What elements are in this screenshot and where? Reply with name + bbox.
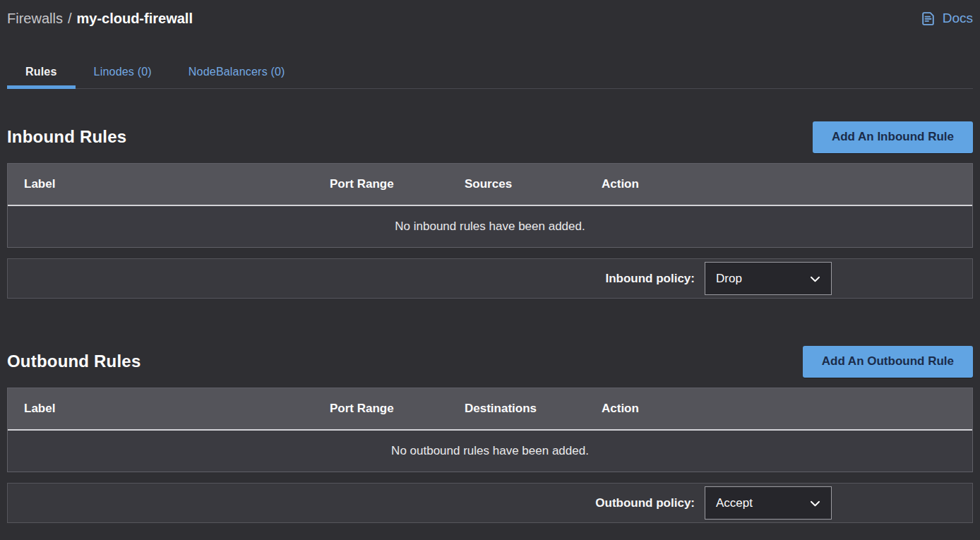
inbound-rules-heading: Inbound Rules bbox=[7, 127, 126, 147]
outbound-empty-row: No outbound rules have been added. bbox=[8, 431, 972, 472]
inbound-policy-select[interactable]: Drop bbox=[705, 262, 832, 295]
inbound-column-header-port-range: Port Range bbox=[330, 177, 465, 191]
inbound-section-header: Inbound Rules Add An Inbound Rule bbox=[7, 121, 973, 153]
inbound-column-header-sources: Sources bbox=[465, 177, 602, 191]
inbound-rules-section: Inbound Rules Add An Inbound Rule Label … bbox=[7, 121, 973, 299]
outbound-policy-row: Outbound policy: Accept bbox=[7, 483, 973, 523]
tab-rules[interactable]: Rules bbox=[7, 55, 76, 88]
outbound-column-header-destinations: Destinations bbox=[465, 402, 602, 416]
docs-file-icon bbox=[919, 10, 937, 28]
inbound-column-header-action: Action bbox=[602, 177, 972, 191]
outbound-column-header-label: Label bbox=[8, 402, 330, 416]
docs-link[interactable]: Docs bbox=[919, 10, 973, 28]
breadcrumb: Firewalls / my-cloud-firewall bbox=[7, 11, 193, 27]
inbound-policy-value: Drop bbox=[716, 272, 742, 286]
outbound-policy-select[interactable]: Accept bbox=[705, 486, 832, 520]
tab-nodebalancers[interactable]: NodeBalancers (0) bbox=[170, 55, 304, 88]
add-inbound-rule-button[interactable]: Add An Inbound Rule bbox=[813, 121, 973, 153]
inbound-column-header-label: Label bbox=[8, 177, 330, 191]
inbound-empty-message: No inbound rules have been added. bbox=[395, 220, 585, 234]
outbound-policy-label: Outbound policy: bbox=[595, 496, 695, 510]
outbound-rules-heading: Outbound Rules bbox=[7, 352, 141, 371]
breadcrumb-separator: / bbox=[68, 11, 72, 27]
outbound-empty-message: No outbound rules have been added. bbox=[391, 444, 589, 458]
chevron-down-icon bbox=[808, 497, 822, 510]
firewall-detail-page: Firewalls / my-cloud-firewall Docs Rules… bbox=[0, 0, 980, 540]
outbound-rules-section: Outbound Rules Add An Outbound Rule Labe… bbox=[7, 345, 973, 523]
topbar: Firewalls / my-cloud-firewall Docs bbox=[7, 0, 973, 30]
tab-linodes[interactable]: Linodes (0) bbox=[76, 55, 170, 88]
outbound-column-header-action: Action bbox=[602, 402, 972, 416]
tab-bar: Rules Linodes (0) NodeBalancers (0) bbox=[7, 55, 973, 89]
outbound-rules-table: Label Port Range Destinations Action No … bbox=[7, 388, 973, 472]
outbound-table-header-row: Label Port Range Destinations Action bbox=[8, 388, 972, 431]
breadcrumb-firewalls-link[interactable]: Firewalls bbox=[7, 11, 63, 27]
outbound-section-header: Outbound Rules Add An Outbound Rule bbox=[7, 345, 973, 378]
inbound-table-header-row: Label Port Range Sources Action bbox=[8, 164, 972, 206]
outbound-column-header-port-range: Port Range bbox=[330, 402, 465, 416]
inbound-policy-label: Inbound policy: bbox=[605, 272, 695, 286]
add-outbound-rule-button[interactable]: Add An Outbound Rule bbox=[803, 346, 973, 378]
outbound-policy-value: Accept bbox=[716, 496, 753, 510]
inbound-policy-row: Inbound policy: Drop bbox=[7, 258, 973, 299]
chevron-down-icon bbox=[808, 272, 822, 286]
inbound-rules-table: Label Port Range Sources Action No inbou… bbox=[7, 163, 973, 248]
docs-label: Docs bbox=[943, 11, 973, 26]
inbound-empty-row: No inbound rules have been added. bbox=[8, 206, 972, 247]
breadcrumb-current: my-cloud-firewall bbox=[76, 11, 192, 27]
